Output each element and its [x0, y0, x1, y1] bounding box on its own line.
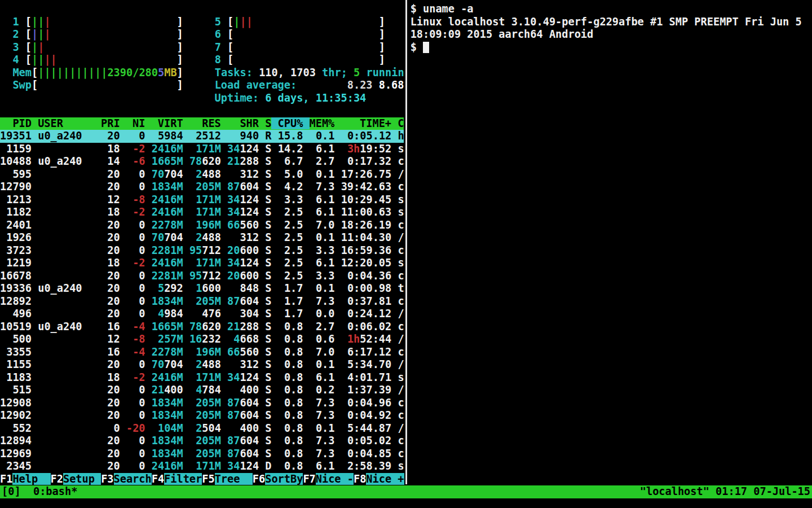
uptime: Uptime: 6 days, 11:35:34 [215, 92, 367, 104]
process-row-2401[interactable]: 2401 20 0 2278M 196M 66560 S 2.5 7.0 18:… [0, 219, 404, 232]
cell-shr: 66560 [227, 346, 259, 358]
cell-command: s [398, 194, 404, 205]
fnkey-f5[interactable]: F5Tree [202, 473, 253, 485]
process-row-19351[interactable]: 19351 u0_a240 20 0 5984 2512 940 R 15.8 … [0, 130, 404, 143]
cell-mem: 3.3 [310, 270, 335, 282]
process-row-10488[interactable]: 10488 u0_a240 14 -6 1665M 78620 21288 S … [0, 155, 404, 168]
fnkey-f7[interactable]: F7Nice - [303, 473, 354, 485]
cell-virt: 2416M [152, 206, 183, 218]
cell-shr: 21288 [227, 155, 259, 167]
cpu-meter-4: 4 [|||| ] [0, 54, 183, 65]
cell-pri: 0 [101, 422, 120, 434]
process-row-552[interactable]: 552 0 -20 104M 2504 400 S 0.8 0.1 5:44.8… [0, 422, 404, 435]
cell-state: D [265, 460, 271, 472]
fnkey-f8[interactable]: F8Nice + [354, 473, 404, 485]
process-row-3723[interactable]: 3723 20 0 2281M 95712 20600 S 2.5 3.3 16… [0, 244, 404, 257]
process-row-496[interactable]: 496 20 0 4984 476 304 S 1.7 0.0 0:24.12 … [0, 308, 404, 321]
cell-user [38, 219, 95, 231]
cell-pid: 500 [0, 333, 32, 345]
process-row-19336[interactable]: 19336 u0_a240 20 0 5292 1600 848 S 1.7 0… [0, 282, 404, 295]
cell-user [38, 244, 95, 256]
cell-state: S [265, 333, 271, 345]
cell-command: s [398, 257, 404, 269]
cell-cpu: 0.8 [278, 435, 303, 446]
cell-mem: 0.6 [310, 333, 335, 345]
status-left-session-window[interactable]: [0] 0:bash* [2, 485, 77, 498]
process-row-2345[interactable]: 2345 20 0 2416M 171M 34124 D 0.8 6.1 2:5… [0, 460, 404, 473]
cell-pid: 12790 [0, 181, 32, 192]
process-row-515[interactable]: 515 20 0 21400 4784 400 S 0.8 0.2 1:37.3… [0, 384, 404, 397]
process-row-500[interactable]: 500 12 -8 257M 16232 4668 S 0.8 0.6 1h52… [0, 333, 404, 346]
cell-user [38, 358, 95, 370]
cell-res: 2512 [189, 130, 221, 142]
process-row-16678[interactable]: 16678 20 0 2281M 95712 20600 S 2.5 3.3 0… [0, 270, 404, 283]
cell-time: 0:00.98 [341, 282, 392, 294]
cell-pri: 20 [101, 244, 120, 256]
cell-state: S [265, 384, 271, 396]
shell-pane[interactable]: $ uname -aLinux localhost 3.10.49-perf-g… [411, 0, 812, 485]
cell-virt: 2416M [152, 194, 183, 205]
cell-ni: 0 [126, 460, 145, 472]
cell-res: 78620 [189, 321, 221, 332]
cell-user [38, 168, 95, 180]
process-row-10519[interactable]: 10519 u0_a240 16 -4 1665M 78620 21288 S … [0, 321, 404, 334]
cell-shr: 34124 [227, 206, 259, 218]
process-row-3355[interactable]: 3355 16 -4 2278M 196M 66560 S 0.8 7.0 6:… [0, 346, 404, 359]
cell-mem: 7.3 [310, 181, 335, 192]
pane-divider[interactable] [405, 0, 407, 484]
process-row-1926[interactable]: 1926 20 0 70704 2488 312 S 2.5 0.1 11:04… [0, 231, 404, 244]
cell-res: 196M [189, 219, 221, 231]
process-row-12969[interactable]: 12969 20 0 1834M 205M 87604 S 0.8 7.3 0:… [0, 448, 404, 461]
cell-user [38, 270, 95, 282]
cell-cpu: 2.5 [278, 244, 303, 256]
cell-mem: 6.1 [310, 194, 335, 205]
process-row-12894[interactable]: 12894 20 0 1834M 205M 87604 S 0.8 7.3 0:… [0, 435, 404, 448]
cell-pri: 20 [101, 270, 120, 282]
process-row-12892[interactable]: 12892 20 0 1834M 205M 87604 S 1.7 7.3 0:… [0, 295, 404, 308]
process-row-1159[interactable]: 1159 18 -2 2416M 171M 34124 S 14.2 6.1 3… [0, 143, 404, 156]
fnkey-f4[interactable]: F4Filter [152, 473, 202, 485]
cell-shr: 940 [227, 130, 259, 142]
process-row-595[interactable]: 595 20 0 70704 2488 312 S 5.0 0.1 17:26.… [0, 168, 404, 181]
terminal-prompt-line[interactable]: $ [411, 41, 430, 54]
cell-res: 171M [189, 460, 221, 472]
cell-command: c [398, 448, 404, 459]
process-row-1183[interactable]: 1183 18 -2 2416M 171M 34124 S 0.8 6.1 4:… [0, 371, 404, 384]
cell-res: 4784 [189, 384, 221, 396]
cell-user [38, 346, 95, 358]
cell-shr: 87604 [227, 435, 259, 446]
cell-state: R [265, 130, 271, 142]
table-header[interactable]: PID USER PRI NI VIRT RES SHR S CPU% MEM%… [0, 117, 404, 130]
fnkey-f6[interactable]: F6SortBy [253, 473, 303, 485]
process-row-12902[interactable]: 12902 20 0 1834M 205M 87604 S 0.8 7.3 0:… [0, 409, 404, 422]
fnkey-f1[interactable]: F1Help [0, 473, 51, 485]
cell-mem: 7.3 [310, 397, 335, 409]
process-row-1155[interactable]: 1155 20 0 70704 2488 312 S 0.8 0.1 5:34.… [0, 358, 404, 371]
process-row-1219[interactable]: 1219 18 -2 2416M 171M 34124 S 2.5 6.1 12… [0, 257, 404, 270]
cell-time: 5:34.70 [341, 358, 392, 370]
cell-command: c [398, 155, 404, 167]
cell-pri: 20 [101, 358, 120, 370]
process-row-12790[interactable]: 12790 20 0 1834M 205M 87604 S 4.2 7.3 39… [0, 181, 404, 194]
cell-mem: 6.1 [310, 371, 335, 383]
cell-time: 0:17.32 [341, 155, 392, 167]
cell-ni: -6 [126, 155, 145, 167]
process-row-1182[interactable]: 1182 18 -2 2416M 171M 34124 S 2.5 6.1 11… [0, 206, 404, 219]
cell-res: 171M [189, 371, 221, 383]
cell-pid: 595 [0, 168, 32, 180]
cell-pid: 3723 [0, 244, 32, 256]
terminal-line-0: $ uname -a [411, 3, 474, 16]
cell-pid: 1159 [0, 143, 32, 155]
cell-state: S [265, 346, 271, 358]
cell-state: S [265, 143, 271, 155]
fnkey-f3[interactable]: F3Search [101, 473, 152, 485]
fnkey-f2[interactable]: F2Setup [51, 473, 102, 485]
process-row-1213[interactable]: 1213 12 -8 2416M 171M 34124 S 3.3 6.1 10… [0, 194, 404, 207]
cell-cpu: 6.7 [278, 155, 303, 167]
process-row-12908[interactable]: 12908 20 0 1834M 205M 87604 S 0.8 7.3 0:… [0, 397, 404, 410]
cell-mem: 2.7 [310, 321, 335, 332]
cell-command: / [398, 231, 404, 243]
cell-virt: 2416M [152, 143, 183, 155]
cell-command: c [398, 397, 404, 409]
cell-virt: 1834M [152, 295, 183, 307]
